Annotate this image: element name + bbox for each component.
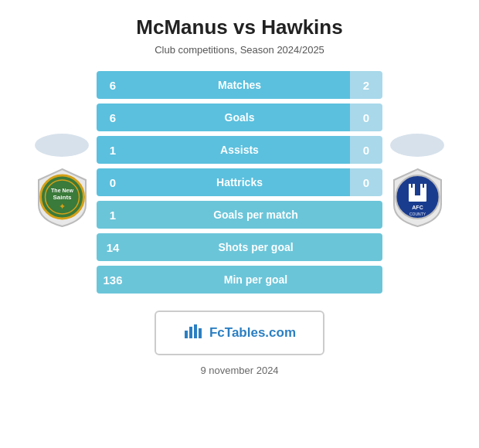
- chart-icon-svg: [183, 321, 202, 340]
- stat-left-value-3: 0: [97, 168, 129, 196]
- stat-left-value-5: 14: [97, 233, 129, 261]
- stat-label-0: Matches: [129, 71, 350, 99]
- stat-left-value-1: 6: [97, 104, 129, 131]
- stats-table: 6Matches26Goals01Assists00Hattricks01Goa…: [97, 71, 382, 294]
- svg-text:COUNTY: COUNTY: [409, 212, 426, 216]
- hereford-logo-svg: AFC COUNTY: [389, 166, 447, 228]
- left-club-area: The New Saints ✦: [27, 134, 97, 231]
- stat-row-1: 6Goals0: [97, 104, 382, 131]
- stat-row-3: 0Hattricks0: [97, 168, 382, 196]
- svg-text:✦: ✦: [59, 202, 66, 211]
- svg-rect-14: [411, 195, 424, 202]
- right-club-logo: AFC COUNTY: [389, 166, 447, 231]
- stat-row-4: 1Goals per match: [97, 201, 382, 229]
- svg-rect-20: [199, 328, 202, 338]
- main-content: The New Saints ✦ 6Matches26Goals01Assist…: [0, 71, 479, 294]
- svg-rect-17: [185, 331, 188, 338]
- stat-label-6: Min per goal: [129, 266, 382, 294]
- stat-left-value-4: 1: [97, 201, 129, 229]
- svg-rect-10: [409, 184, 411, 189]
- svg-rect-18: [189, 327, 192, 338]
- stat-label-2: Assists: [129, 136, 350, 164]
- stat-left-value-2: 1: [97, 136, 129, 164]
- left-ellipse: [35, 134, 89, 157]
- stat-row-5: 14Shots per goal: [97, 233, 382, 261]
- stat-label-1: Goals: [129, 104, 350, 131]
- svg-text:Saints: Saints: [53, 194, 72, 201]
- right-club-area: AFC COUNTY: [382, 134, 452, 231]
- stat-label-5: Shots per goal: [129, 233, 382, 261]
- stat-row-0: 6Matches2: [97, 71, 382, 99]
- fctables-text: FcTables.com: [209, 325, 296, 341]
- page-title: McManus vs Hawkins: [0, 15, 479, 39]
- tns-logo-svg: The New Saints ✦: [33, 166, 91, 228]
- page-wrapper: McManus vs Hawkins Club competitions, Se…: [0, 0, 479, 392]
- stat-left-value-6: 136: [97, 266, 129, 294]
- svg-rect-19: [194, 324, 197, 338]
- stat-right-value-0: 2: [350, 71, 382, 99]
- stat-left-value-0: 6: [97, 71, 129, 99]
- page-subtitle: Club competitions, Season 2024/2025: [0, 44, 479, 56]
- left-club-logo: The New Saints ✦: [33, 166, 91, 231]
- date-footer: 9 november 2024: [0, 365, 479, 376]
- stat-row-2: 1Assists0: [97, 136, 382, 164]
- stat-right-value-1: 0: [350, 104, 382, 131]
- svg-rect-11: [413, 184, 415, 189]
- stat-right-value-2: 0: [350, 136, 382, 164]
- stat-label-4: Goals per match: [129, 201, 382, 229]
- right-ellipse: [390, 134, 444, 157]
- svg-rect-12: [420, 184, 423, 189]
- svg-text:AFC: AFC: [412, 205, 423, 210]
- stat-label-3: Hattricks: [129, 168, 350, 196]
- svg-text:The New: The New: [51, 188, 73, 193]
- fctables-banner[interactable]: FcTables.com: [155, 311, 324, 355]
- stat-right-value-3: 0: [350, 168, 382, 196]
- svg-rect-13: [424, 184, 426, 189]
- fctables-icon: [183, 321, 202, 344]
- stat-row-6: 136Min per goal: [97, 266, 382, 294]
